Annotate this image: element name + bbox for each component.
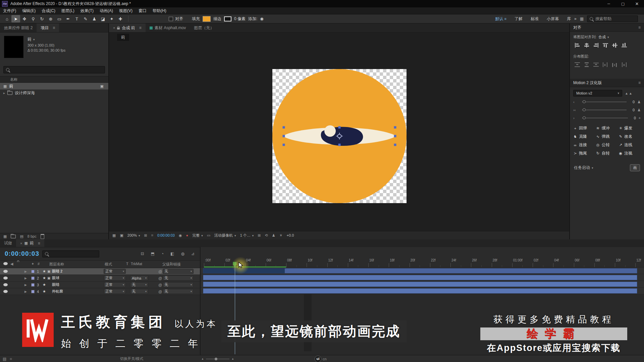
orbit-camera-tool-icon[interactable]: ↻ [38, 15, 46, 22]
composition-canvas[interactable] [272, 69, 407, 203]
project-item-composition[interactable]: 前 [0, 83, 108, 89]
pan-behind-tool-icon[interactable]: ⊕ [46, 15, 55, 22]
channels-icon[interactable] [186, 233, 189, 237]
menu-item[interactable]: 效果(T) [77, 8, 97, 14]
motion-blur-icon[interactable]: ◍ [181, 251, 184, 256]
layer-expander-icon[interactable]: ▶ [24, 283, 31, 287]
slider-value[interactable]: 0 [629, 100, 635, 104]
hand-tool-icon[interactable]: ✥ [20, 15, 29, 22]
zoom-in-icon[interactable]: ▲ [231, 357, 234, 360]
view-layout-select[interactable]: 1 个… [240, 233, 254, 238]
region-of-interest-icon[interactable] [207, 233, 210, 238]
layer-row[interactable]: ▶ 4 ★ 外轮廓 正常 无 @ 无 [0, 288, 200, 295]
timeline-zoom-slider[interactable]: ▲ ▲ [201, 355, 234, 362]
tab-project[interactable]: 项目 [37, 23, 59, 32]
close-button[interactable]: ✕ [630, 0, 644, 7]
tab-footage[interactable]: 素材 Asphalt.mov [146, 23, 190, 32]
slider-track[interactable] [582, 110, 627, 110]
new-composition-icon[interactable] [20, 234, 23, 239]
pickwhip-icon[interactable]: @ [158, 276, 163, 280]
layer-visibility-icon[interactable] [3, 283, 24, 287]
motion-button[interactable]: ◎ 公转 [596, 142, 618, 148]
new-folder-icon[interactable] [11, 235, 16, 238]
minimize-button[interactable]: ─ [602, 0, 616, 7]
layer-duration-bar[interactable] [203, 282, 637, 287]
parent-column-header[interactable]: 父级和链接 [162, 262, 181, 267]
parent-select[interactable]: 无 [163, 289, 194, 294]
distribute-top-icon[interactable] [575, 62, 580, 68]
blend-mode-select[interactable]: 正常 [104, 282, 126, 287]
motion-button[interactable]: ✎ 改名 [619, 134, 641, 139]
slider-prefix-icon[interactable]: › [573, 116, 579, 120]
stroke-width-value[interactable]: 0 像素 [234, 16, 246, 22]
menu-item[interactable]: 窗口 [136, 8, 150, 14]
menu-item[interactable]: 动画(A) [97, 8, 116, 14]
layer-name[interactable]: 眼睛 2 [52, 269, 104, 274]
resolution-select[interactable]: 完整 [192, 233, 203, 238]
t-column-header[interactable]: T [126, 262, 128, 266]
motion-button[interactable]: ≋ 缓冲 [596, 125, 618, 131]
zoom-tool-icon[interactable]: ⚲ [29, 15, 38, 22]
project-search-input[interactable] [3, 66, 105, 73]
type-tool-icon[interactable]: T [72, 15, 81, 22]
current-timecode[interactable]: 0:00:00:03 [5, 250, 42, 257]
menu-item[interactable]: 图层(L) [58, 8, 77, 14]
motion-button[interactable]: ◉ 注视 [619, 150, 641, 156]
project-name-column-header[interactable]: 名称 [0, 76, 108, 83]
parent-select[interactable]: 无 [163, 269, 194, 274]
zoom-track[interactable] [206, 359, 229, 359]
brush-tool-icon[interactable]: ✎ [81, 15, 90, 22]
blend-mode-select[interactable]: 正常 [104, 276, 126, 281]
align-right-icon[interactable] [593, 43, 599, 49]
snap-checkbox[interactable]: 对齐 [169, 16, 183, 22]
timeline-jump-icon[interactable] [272, 233, 275, 238]
workspace-tab[interactable]: 了解 [511, 16, 526, 22]
flowchart-icon[interactable] [10, 357, 12, 361]
parent-select[interactable]: 无 [163, 276, 194, 281]
slider-knob[interactable] [583, 116, 586, 119]
grid-guides-icon[interactable] [144, 233, 147, 238]
layer-label-chip[interactable] [31, 290, 35, 293]
timeline-search-input[interactable] [42, 250, 99, 257]
mountain-icons[interactable]: ▲▲ [625, 92, 633, 95]
tab-layer[interactable]: 图层（无） [190, 23, 218, 32]
magnification-icon[interactable] [120, 233, 123, 238]
motion-button[interactable]: + 回弹 [573, 125, 595, 131]
slider-knob[interactable] [583, 100, 586, 103]
workspace-tab[interactable]: 小屏幕 [543, 16, 562, 22]
mode-column-header[interactable]: 模式 [105, 262, 112, 267]
pixel-aspect-icon[interactable] [258, 233, 261, 238]
zoom-select[interactable]: 200% [127, 233, 140, 237]
slider-knob[interactable] [583, 108, 586, 111]
shape-tool-icon[interactable]: ▭ [55, 15, 64, 22]
menu-item[interactable]: 编辑(E) [19, 8, 39, 14]
zoom-knob[interactable] [215, 358, 217, 360]
always-preview-icon[interactable] [112, 233, 116, 238]
maximize-button[interactable]: ▢ [616, 0, 630, 7]
slider-right-icon[interactable]: ♟ [637, 108, 641, 112]
layer-duration-bar[interactable] [203, 288, 637, 294]
exposure-value[interactable]: +0.0 [287, 233, 294, 237]
task-launch-select[interactable]: 任务启动 [574, 165, 593, 171]
pickwhip-icon[interactable]: @ [158, 283, 163, 287]
delete-icon[interactable] [41, 234, 44, 239]
composition-mini-flowchart-icon[interactable]: ⊟ [141, 251, 144, 256]
menu-item[interactable]: 合成(C) [39, 8, 58, 14]
lock-icon[interactable] [117, 27, 120, 29]
trkmat-select[interactable]: 无 [130, 289, 148, 294]
slider-track[interactable] [582, 118, 628, 118]
motion-button[interactable]: ∿ 弹跳 [596, 134, 618, 139]
slider-track[interactable] [582, 102, 627, 102]
checkbox-icon[interactable] [169, 17, 173, 21]
motion-preset-select[interactable]: Motion v2 [573, 90, 622, 97]
pickwhip-icon[interactable]: @ [158, 269, 163, 274]
layer-expander-icon[interactable]: ▶ [24, 270, 31, 273]
add-icon[interactable] [260, 16, 263, 21]
tab-comp-shizuo[interactable]: 试做 [0, 239, 16, 247]
blend-mode-select[interactable]: 正常 [104, 269, 126, 274]
layer-duration-bar[interactable] [203, 268, 637, 274]
preview-item-name[interactable]: 前 [28, 37, 65, 42]
mask-visibility-icon[interactable] [151, 233, 153, 238]
panel-menu-icon[interactable] [137, 25, 142, 30]
align-h-center-icon[interactable] [584, 43, 589, 49]
